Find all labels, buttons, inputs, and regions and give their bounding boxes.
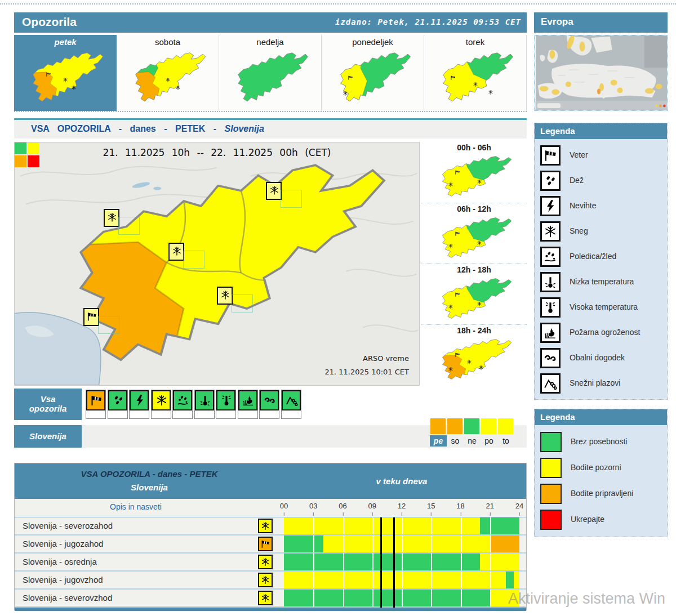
sneg-icon bbox=[258, 555, 273, 569]
table-subtitle: Slovenija bbox=[15, 483, 284, 492]
legend-item-sneg: Sneg bbox=[540, 220, 667, 245]
legend-label: Nevihte bbox=[570, 201, 596, 210]
tab-label: torek bbox=[424, 37, 526, 47]
tab-label: sobota bbox=[117, 37, 219, 47]
slovenia-map bbox=[35, 150, 407, 380]
gridline bbox=[461, 517, 462, 534]
warning-tile bbox=[86, 390, 106, 419]
region-link[interactable]: Slovenija - jugozahod bbox=[23, 535, 103, 552]
dez-icon bbox=[540, 171, 561, 191]
hour-axis: 00 03 06 09 12 15 18 21 24 bbox=[284, 499, 519, 517]
hour-tick: 00 bbox=[280, 502, 288, 510]
pozarna-icon bbox=[238, 390, 257, 410]
day-label: pe bbox=[430, 435, 447, 447]
day-label: po bbox=[481, 435, 497, 447]
tab-petek[interactable]: petek bbox=[14, 35, 117, 111]
day-label: ne bbox=[464, 435, 481, 447]
gridline bbox=[313, 553, 314, 570]
table-row: Slovenija - jugovzhod bbox=[15, 572, 526, 590]
region-link[interactable]: Slovenija - osrednja bbox=[23, 553, 97, 570]
veter-icon bbox=[455, 289, 460, 295]
gridline bbox=[313, 535, 314, 552]
table-row: Slovenija - jugozahod bbox=[15, 535, 526, 553]
legend-level-orange: Bodite pripravljeni bbox=[540, 481, 667, 507]
day-chip-so[interactable]: so bbox=[447, 418, 464, 448]
tab-label: nedelja bbox=[219, 37, 321, 47]
mini-map-torek bbox=[433, 49, 518, 106]
warning-tile bbox=[129, 390, 149, 419]
gridline bbox=[431, 572, 432, 588]
day-chip-ne[interactable]: ne bbox=[464, 418, 481, 448]
mini-map-sobota bbox=[125, 49, 211, 106]
day-color-so bbox=[447, 418, 462, 434]
europe-map-graphic bbox=[535, 35, 668, 110]
tab-ponedeljek[interactable]: ponedeljek bbox=[322, 35, 424, 111]
visoka-icon bbox=[540, 297, 561, 318]
gridline bbox=[431, 590, 432, 606]
sneg-icon bbox=[258, 591, 273, 605]
tab-torek[interactable]: torek bbox=[424, 35, 527, 111]
tab-nedelja[interactable]: nedelja bbox=[219, 35, 322, 111]
os-activation-watermark: Aktiviranje sistema Win bbox=[508, 590, 665, 608]
europe-map[interactable] bbox=[534, 35, 668, 111]
warning-tile bbox=[238, 390, 258, 419]
gridline bbox=[461, 535, 462, 552]
main-warning-map[interactable]: 21. 11.2025 10h -- 22. 11.2025 00h (CET)… bbox=[14, 142, 420, 386]
sneg-icon bbox=[478, 363, 484, 368]
top-dotted-divider bbox=[0, 3, 676, 5]
plazovi-icon bbox=[282, 390, 301, 410]
legend-label: Brez posebnosti bbox=[571, 437, 627, 446]
region-link[interactable]: Slovenija - severozahod bbox=[23, 517, 113, 534]
obalni-icon bbox=[260, 390, 279, 410]
sneg-icon bbox=[477, 177, 482, 182]
legend-item-nizka: Nizka temperatura bbox=[540, 270, 667, 296]
gridline bbox=[402, 572, 403, 588]
section-title-danes: danes bbox=[130, 124, 156, 133]
tab-sobota[interactable]: sobota bbox=[117, 35, 219, 111]
sneg-icon bbox=[466, 357, 472, 363]
credit-time: 21. 11.2025 10:01 CET bbox=[324, 365, 409, 378]
gridline bbox=[461, 572, 462, 588]
section-title-all: VSA OPOZORILA bbox=[31, 124, 110, 133]
gridline bbox=[372, 590, 373, 606]
warning-timeline bbox=[284, 590, 519, 606]
gridline bbox=[313, 572, 314, 588]
legend-label: Dež bbox=[570, 176, 584, 185]
visoka-icon bbox=[216, 390, 235, 410]
hour-tick: 03 bbox=[309, 502, 317, 510]
day-chip-pe[interactable]: pe bbox=[430, 418, 447, 448]
tab-label: petek bbox=[14, 37, 117, 47]
legend-label: Veter bbox=[570, 150, 588, 159]
time-label: 18h - 24h bbox=[421, 326, 527, 335]
hour-tick: 21 bbox=[486, 502, 494, 510]
sneg-icon bbox=[175, 83, 181, 88]
legend-level-red: Ukrepajte bbox=[540, 507, 667, 533]
legend-label: Požarna ogroženost bbox=[570, 328, 640, 337]
nizka-icon bbox=[540, 272, 561, 292]
map-credit: ARSO vreme 21. 11.2025 10:01 CET bbox=[324, 352, 409, 378]
veter-icon bbox=[455, 229, 460, 234]
timeline-segment bbox=[514, 572, 519, 588]
day-tabs: petek sobota nedelja ponedeljek torek bbox=[14, 35, 527, 112]
issued-timestamp: izdano: Petek, 21.11.2025 09:53 CET bbox=[335, 17, 521, 26]
region-link[interactable]: Slovenija - jugovzhod bbox=[23, 572, 103, 588]
timeline-segment bbox=[323, 535, 490, 552]
timeline-segment bbox=[284, 590, 490, 606]
day-chip-to[interactable]: to bbox=[497, 418, 514, 448]
nevihte-icon bbox=[540, 196, 561, 216]
region-link[interactable]: Slovenija - severovzhod bbox=[23, 590, 112, 606]
section-title: VSA OPOZORILA - danes - PETEK - Slovenij… bbox=[31, 124, 264, 134]
time-label: 06h - 12h bbox=[421, 204, 527, 213]
day-chip-po[interactable]: po bbox=[481, 418, 497, 448]
table-subheader: Opis in nasveti 00 03 06 09 12 15 18 21 … bbox=[15, 499, 526, 517]
timeline-segment bbox=[490, 590, 519, 606]
veter-icon bbox=[455, 167, 460, 173]
warning-timeline bbox=[284, 517, 519, 534]
sneg-icon bbox=[63, 75, 68, 81]
legend-header: Legenda bbox=[535, 123, 667, 139]
sneg-icon bbox=[448, 180, 453, 185]
hour-tick: 12 bbox=[398, 502, 406, 510]
time-label: 00h - 06h bbox=[421, 143, 527, 152]
time-slice-column: 00h - 06h 06h - 12h 12h - 18h 18h - 24h bbox=[421, 142, 527, 386]
green-swatch bbox=[540, 432, 562, 452]
